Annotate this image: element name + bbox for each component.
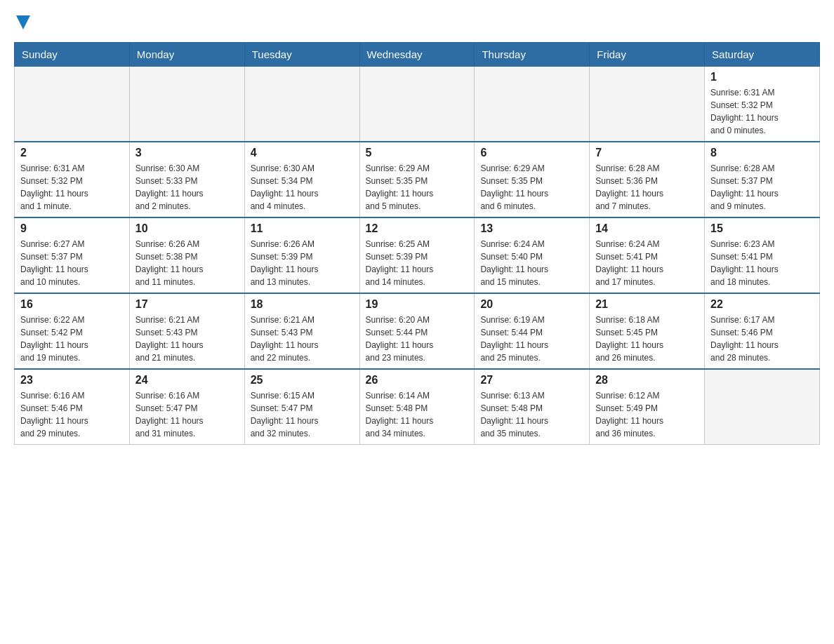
day-info: Sunrise: 6:21 AM Sunset: 5:43 PM Dayligh… <box>251 314 354 364</box>
day-number: 9 <box>20 222 124 235</box>
day-number: 10 <box>135 222 239 235</box>
calendar-week-row: 2Sunrise: 6:31 AM Sunset: 5:32 PM Daylig… <box>15 142 820 217</box>
day-number: 23 <box>20 374 124 387</box>
calendar-cell: 5Sunrise: 6:29 AM Sunset: 5:35 PM Daylig… <box>359 142 475 217</box>
weekday-header-tuesday: Tuesday <box>244 43 359 67</box>
weekday-header-row: SundayMondayTuesdayWednesdayThursdayFrid… <box>15 43 820 67</box>
calendar-week-row: 9Sunrise: 6:27 AM Sunset: 5:37 PM Daylig… <box>15 217 820 293</box>
day-info: Sunrise: 6:29 AM Sunset: 5:35 PM Dayligh… <box>480 162 583 213</box>
calendar-cell: 1Sunrise: 6:31 AM Sunset: 5:32 PM Daylig… <box>705 67 820 142</box>
calendar-cell: 8Sunrise: 6:28 AM Sunset: 5:37 PM Daylig… <box>705 142 820 217</box>
calendar-cell <box>590 67 705 142</box>
day-info: Sunrise: 6:28 AM Sunset: 5:36 PM Dayligh… <box>595 162 699 213</box>
weekday-header-friday: Friday <box>590 43 705 67</box>
day-info: Sunrise: 6:20 AM Sunset: 5:44 PM Dayligh… <box>366 314 469 364</box>
day-info: Sunrise: 6:18 AM Sunset: 5:45 PM Dayligh… <box>595 314 699 364</box>
calendar-cell: 21Sunrise: 6:18 AM Sunset: 5:45 PM Dayli… <box>590 293 705 369</box>
calendar-cell <box>244 67 359 142</box>
day-number: 7 <box>595 147 699 159</box>
calendar-cell: 27Sunrise: 6:13 AM Sunset: 5:48 PM Dayli… <box>475 369 590 445</box>
weekday-header-sunday: Sunday <box>15 43 130 67</box>
calendar-cell: 3Sunrise: 6:30 AM Sunset: 5:33 PM Daylig… <box>129 142 244 217</box>
day-info: Sunrise: 6:23 AM Sunset: 5:41 PM Dayligh… <box>710 238 814 288</box>
calendar-week-row: 1Sunrise: 6:31 AM Sunset: 5:32 PM Daylig… <box>15 67 820 142</box>
day-info: Sunrise: 6:13 AM Sunset: 5:48 PM Dayligh… <box>480 389 583 440</box>
day-info: Sunrise: 6:30 AM Sunset: 5:34 PM Dayligh… <box>251 162 354 213</box>
day-number: 19 <box>366 298 469 311</box>
day-info: Sunrise: 6:16 AM Sunset: 5:47 PM Dayligh… <box>135 389 239 440</box>
calendar-week-row: 23Sunrise: 6:16 AM Sunset: 5:46 PM Dayli… <box>15 369 820 445</box>
page-header <box>14 14 820 31</box>
day-info: Sunrise: 6:14 AM Sunset: 5:48 PM Dayligh… <box>366 389 469 440</box>
day-number: 24 <box>135 374 239 387</box>
svg-marker-0 <box>16 15 30 29</box>
calendar-cell <box>15 67 130 142</box>
day-number: 4 <box>251 147 354 159</box>
calendar-table: SundayMondayTuesdayWednesdayThursdayFrid… <box>14 42 820 445</box>
calendar-cell: 22Sunrise: 6:17 AM Sunset: 5:46 PM Dayli… <box>705 293 820 369</box>
calendar-cell: 18Sunrise: 6:21 AM Sunset: 5:43 PM Dayli… <box>244 293 359 369</box>
calendar-cell: 24Sunrise: 6:16 AM Sunset: 5:47 PM Dayli… <box>129 369 244 445</box>
calendar-cell: 23Sunrise: 6:16 AM Sunset: 5:46 PM Dayli… <box>15 369 130 445</box>
calendar-cell: 12Sunrise: 6:25 AM Sunset: 5:39 PM Dayli… <box>359 217 475 293</box>
day-info: Sunrise: 6:19 AM Sunset: 5:44 PM Dayligh… <box>480 314 583 364</box>
day-number: 28 <box>595 374 699 387</box>
calendar-cell: 17Sunrise: 6:21 AM Sunset: 5:43 PM Dayli… <box>129 293 244 369</box>
day-info: Sunrise: 6:29 AM Sunset: 5:35 PM Dayligh… <box>366 162 469 213</box>
calendar-cell: 9Sunrise: 6:27 AM Sunset: 5:37 PM Daylig… <box>15 217 130 293</box>
calendar-cell: 4Sunrise: 6:30 AM Sunset: 5:34 PM Daylig… <box>244 142 359 217</box>
day-info: Sunrise: 6:15 AM Sunset: 5:47 PM Dayligh… <box>251 389 354 440</box>
calendar-cell: 11Sunrise: 6:26 AM Sunset: 5:39 PM Dayli… <box>244 217 359 293</box>
day-number: 25 <box>251 374 354 387</box>
calendar-cell: 19Sunrise: 6:20 AM Sunset: 5:44 PM Dayli… <box>359 293 475 369</box>
day-info: Sunrise: 6:28 AM Sunset: 5:37 PM Dayligh… <box>710 162 814 213</box>
calendar-cell: 10Sunrise: 6:26 AM Sunset: 5:38 PM Dayli… <box>129 217 244 293</box>
day-number: 21 <box>595 298 699 311</box>
day-number: 18 <box>251 298 354 311</box>
day-number: 8 <box>710 147 814 159</box>
weekday-header-monday: Monday <box>129 43 244 67</box>
calendar-cell <box>475 67 590 142</box>
day-number: 20 <box>480 298 583 311</box>
day-info: Sunrise: 6:30 AM Sunset: 5:33 PM Dayligh… <box>135 162 239 213</box>
calendar-cell: 7Sunrise: 6:28 AM Sunset: 5:36 PM Daylig… <box>590 142 705 217</box>
day-number: 17 <box>135 298 239 311</box>
calendar-cell: 26Sunrise: 6:14 AM Sunset: 5:48 PM Dayli… <box>359 369 475 445</box>
day-info: Sunrise: 6:17 AM Sunset: 5:46 PM Dayligh… <box>710 314 814 364</box>
calendar-cell <box>129 67 244 142</box>
day-number: 6 <box>480 147 583 159</box>
calendar-cell <box>705 369 820 445</box>
calendar-cell: 20Sunrise: 6:19 AM Sunset: 5:44 PM Dayli… <box>475 293 590 369</box>
calendar-cell: 16Sunrise: 6:22 AM Sunset: 5:42 PM Dayli… <box>15 293 130 369</box>
day-info: Sunrise: 6:22 AM Sunset: 5:42 PM Dayligh… <box>20 314 124 364</box>
calendar-cell: 25Sunrise: 6:15 AM Sunset: 5:47 PM Dayli… <box>244 369 359 445</box>
day-number: 15 <box>710 222 814 235</box>
day-number: 3 <box>135 147 239 159</box>
day-number: 2 <box>20 147 124 159</box>
weekday-header-thursday: Thursday <box>475 43 590 67</box>
day-info: Sunrise: 6:24 AM Sunset: 5:41 PM Dayligh… <box>595 238 699 288</box>
calendar-cell: 6Sunrise: 6:29 AM Sunset: 5:35 PM Daylig… <box>475 142 590 217</box>
logo-arrow-icon <box>16 15 32 31</box>
day-number: 27 <box>480 374 583 387</box>
day-info: Sunrise: 6:26 AM Sunset: 5:38 PM Dayligh… <box>135 238 239 288</box>
day-info: Sunrise: 6:31 AM Sunset: 5:32 PM Dayligh… <box>710 86 814 137</box>
calendar-cell: 2Sunrise: 6:31 AM Sunset: 5:32 PM Daylig… <box>15 142 130 217</box>
day-info: Sunrise: 6:26 AM Sunset: 5:39 PM Dayligh… <box>251 238 354 288</box>
day-info: Sunrise: 6:27 AM Sunset: 5:37 PM Dayligh… <box>20 238 124 288</box>
weekday-header-saturday: Saturday <box>705 43 820 67</box>
day-info: Sunrise: 6:12 AM Sunset: 5:49 PM Dayligh… <box>595 389 699 440</box>
day-info: Sunrise: 6:21 AM Sunset: 5:43 PM Dayligh… <box>135 314 239 364</box>
day-number: 11 <box>251 222 354 235</box>
weekday-header-wednesday: Wednesday <box>359 43 475 67</box>
logo <box>14 14 32 31</box>
day-number: 14 <box>595 222 699 235</box>
day-number: 16 <box>20 298 124 311</box>
day-number: 22 <box>710 298 814 311</box>
calendar-cell: 14Sunrise: 6:24 AM Sunset: 5:41 PM Dayli… <box>590 217 705 293</box>
day-info: Sunrise: 6:24 AM Sunset: 5:40 PM Dayligh… <box>480 238 583 288</box>
day-info: Sunrise: 6:25 AM Sunset: 5:39 PM Dayligh… <box>366 238 469 288</box>
day-number: 1 <box>710 71 814 83</box>
calendar-cell: 15Sunrise: 6:23 AM Sunset: 5:41 PM Dayli… <box>705 217 820 293</box>
calendar-cell: 13Sunrise: 6:24 AM Sunset: 5:40 PM Dayli… <box>475 217 590 293</box>
